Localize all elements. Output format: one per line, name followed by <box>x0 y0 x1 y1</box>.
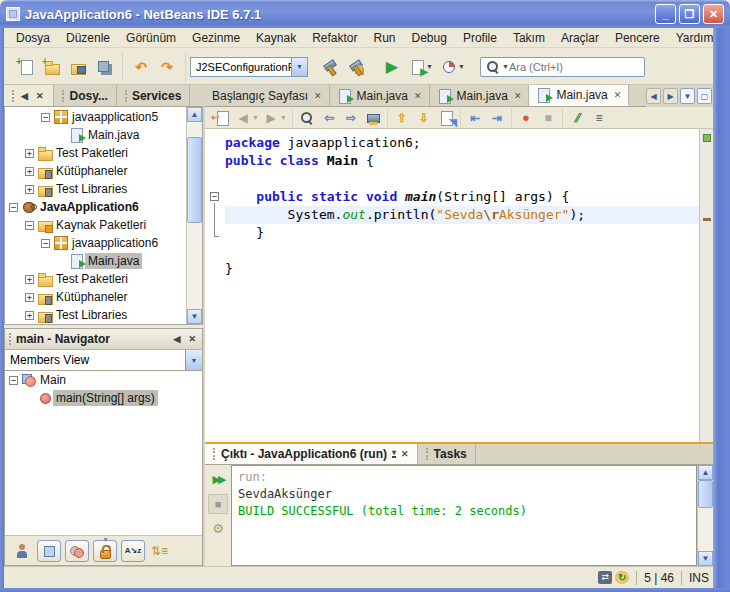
search-input[interactable] <box>509 61 644 73</box>
menu-Kaynak[interactable]: Kaynak <box>248 29 304 47</box>
scroll-tabs-left-icon[interactable]: ◀ <box>646 88 661 104</box>
show-fields-button[interactable] <box>37 540 61 562</box>
scroll-down-icon[interactable]: ▼ <box>698 551 713 566</box>
open-project-button[interactable] <box>65 54 91 80</box>
code-line-7[interactable] <box>225 242 699 260</box>
project-tree-item-Test Libraries[interactable]: +Test Libraries <box>5 306 186 324</box>
record-macro-button[interactable]: ● <box>515 108 537 128</box>
next-bookmark-button[interactable]: ⇩ <box>413 108 435 128</box>
menu-Profile[interactable]: Profile <box>455 29 505 47</box>
members-view-combo[interactable]: Members View ▼ <box>5 350 202 371</box>
find-button[interactable] <box>296 108 318 128</box>
menu-Run[interactable]: Run <box>366 29 404 47</box>
debug-project-button[interactable]: ▶▼ <box>405 54 437 80</box>
close-tab-icon[interactable]: ✕ <box>34 91 46 101</box>
chevron-down-icon[interactable]: ▼ <box>291 58 307 76</box>
project-tree-item-JavaApplication6[interactable]: −JavaApplication6 <box>5 198 186 216</box>
previous-bookmark-button[interactable]: ⇧ <box>391 108 413 128</box>
close-button[interactable]: ✕ <box>703 4 724 24</box>
quick-search-box[interactable]: ▼ <box>480 57 645 77</box>
collapse-handle-icon[interactable]: − <box>9 376 18 385</box>
error-stripe[interactable] <box>699 129 713 442</box>
maximize-editor-icon[interactable]: ▢ <box>697 88 712 104</box>
navigator-tree-item-main(String[] args)[interactable]: main(String[] args) <box>5 389 202 407</box>
collapse-handle-icon[interactable]: − <box>41 113 50 122</box>
show-static-members-button[interactable] <box>65 540 89 562</box>
output-scrollbar[interactable]: ▲ ▼ <box>697 465 713 566</box>
code-editor[interactable]: − package javaapplication6;public class … <box>205 129 713 442</box>
expand-handle-icon[interactable]: + <box>25 185 34 194</box>
editor-tab-Main.java[interactable]: Main.java✕ <box>330 85 430 106</box>
sort-alphabetically-button[interactable]: A↘z <box>121 540 145 562</box>
projects-active-tab[interactable]: ◀ ✕ <box>4 85 54 106</box>
menu-Gezinme[interactable]: Gezinme <box>184 29 248 47</box>
tab-tasks[interactable]: Tasks <box>418 444 476 464</box>
menu-Düzenle[interactable]: Düzenle <box>58 29 118 47</box>
output-dropdown-icon[interactable]: ▾ <box>392 450 396 458</box>
uncomment-button[interactable]: ≡ <box>588 108 610 128</box>
forward-button[interactable]: ▶▼ <box>261 108 289 128</box>
build-project-button[interactable] <box>317 54 343 80</box>
projects-scrollbar[interactable]: ▲ ▼ <box>186 107 202 324</box>
updates-available-icon[interactable]: ↻ <box>615 571 629 584</box>
minimize-button[interactable]: _ <box>655 4 676 24</box>
menu-Pencere[interactable]: Pencere <box>607 29 668 47</box>
clean-build-button[interactable] <box>343 54 369 80</box>
chevron-down-icon[interactable]: ▼ <box>185 350 202 370</box>
project-tree-item-Test Paketleri[interactable]: +Test Paketleri <box>5 270 186 288</box>
editor-tab-Main.java[interactable]: Main.java✕ <box>430 85 530 106</box>
menu-Debug[interactable]: Debug <box>404 29 455 47</box>
code-line-2[interactable]: public class Main { <box>225 152 699 170</box>
sort-by-source-button[interactable]: ⇅≡ <box>149 540 169 562</box>
new-file-button[interactable]: + <box>13 54 39 80</box>
fold-collapse-icon[interactable]: − <box>210 192 219 201</box>
find-next-button[interactable]: ⇨ <box>340 108 362 128</box>
inherited-members-button[interactable] <box>13 540 33 562</box>
close-tab-icon[interactable]: ✕ <box>314 91 322 101</box>
tab-files[interactable]: Dosy... <box>54 85 116 106</box>
expand-handle-icon[interactable]: + <box>25 311 34 320</box>
code-line-8[interactable]: } <box>225 260 699 278</box>
stop-run-button[interactable]: ■ <box>208 494 228 514</box>
tab-output[interactable]: Çıktı - JavaApplication6 (run) ▾ ✕ <box>205 444 418 464</box>
code-text[interactable]: package javaapplication6;public class Ma… <box>225 129 699 442</box>
expand-handle-icon[interactable]: + <box>25 293 34 302</box>
rerun-button[interactable]: ▶▶ <box>208 469 228 489</box>
close-tab-icon[interactable]: ✕ <box>514 91 522 101</box>
project-tree-item-Test Libraries[interactable]: +Test Libraries <box>5 180 186 198</box>
collapse-handle-icon[interactable]: − <box>25 221 34 230</box>
code-line-5[interactable]: System.out.println("Sevda\rAksünger"); <box>225 206 699 224</box>
scrollbar-thumb[interactable] <box>698 480 713 508</box>
minimize-window-icon[interactable]: ◀ <box>19 91 30 101</box>
last-edited-button[interactable]: ↩ <box>211 108 233 128</box>
configuration-combo[interactable]: J2SEConfigurationPr... ▼ <box>190 57 308 77</box>
shift-right-button[interactable]: ⇥ <box>486 108 508 128</box>
redo-button[interactable]: ↷ <box>154 54 180 80</box>
tab-list-chevron-icon[interactable]: ▼ <box>680 88 695 104</box>
show-non-public-button[interactable] <box>93 540 117 562</box>
menu-Görünüm[interactable]: Görünüm <box>118 29 184 47</box>
scroll-down-icon[interactable]: ▼ <box>187 309 202 324</box>
project-tree-item-javaapplication6[interactable]: −javaapplication6 <box>5 234 186 252</box>
expand-handle-icon[interactable]: + <box>25 275 34 284</box>
scrollbar-thumb[interactable] <box>187 137 202 223</box>
menu-Yardım[interactable]: Yardım <box>668 29 722 47</box>
find-previous-button[interactable]: ⇦ <box>318 108 340 128</box>
editor-tab-Başlangıç Sayfası[interactable]: Başlangıç Sayfası✕ <box>205 85 330 106</box>
collapse-handle-icon[interactable]: − <box>41 239 50 248</box>
run-project-button[interactable]: ▶ <box>379 54 405 80</box>
editor-tab-Main.java[interactable]: Main.java✕ <box>529 85 629 106</box>
code-line-3[interactable] <box>225 170 699 188</box>
editor-gutter[interactable]: − <box>205 129 225 442</box>
project-tree-item-Test Paketleri[interactable]: +Test Paketleri <box>5 144 186 162</box>
scrollbar-track[interactable] <box>698 480 713 551</box>
scroll-up-icon[interactable]: ▲ <box>698 465 713 480</box>
menu-Takım[interactable]: Takım <box>505 29 553 47</box>
project-tree-item-Kütüphaneler[interactable]: +Kütüphaneler <box>5 162 186 180</box>
search-scope-chevron-icon[interactable]: ▼ <box>502 63 509 70</box>
navigator-tree-item-Main[interactable]: −Main <box>5 371 202 389</box>
close-navigator-icon[interactable]: ✕ <box>186 334 198 344</box>
menu-Refaktor[interactable]: Refaktor <box>304 29 365 47</box>
code-line-6[interactable]: } <box>225 224 699 242</box>
navigator-header[interactable]: main - Navigator ◀ ✕ <box>5 329 202 350</box>
